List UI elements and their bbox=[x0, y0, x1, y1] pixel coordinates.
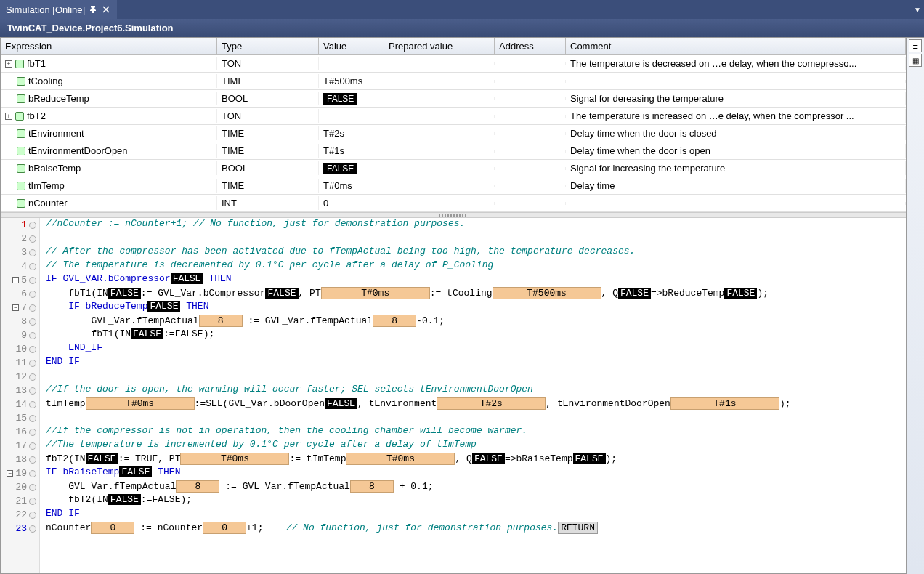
gutter-row: 20 bbox=[1, 480, 39, 494]
var-name: tEnvironmentDoorOpen bbox=[28, 145, 128, 156]
table-row[interactable]: tEnvironmentTIMET#2sDelay time when the … bbox=[1, 125, 906, 142]
dropdown-arrow-icon[interactable]: ▼ bbox=[914, 6, 921, 14]
var-prepared[interactable] bbox=[384, 97, 495, 100]
table-row[interactable]: bReduceTempBOOLFALSESignal for dereasing… bbox=[1, 90, 906, 108]
tab-title: Simulation [Online] bbox=[6, 4, 85, 15]
breakpoint-slot[interactable] bbox=[29, 512, 36, 519]
table-row[interactable]: tEnvironmentDoorOpenTIMET#1sDelay time w… bbox=[1, 142, 906, 160]
gutter-row: 4 bbox=[1, 259, 39, 273]
gutter-row: 11 bbox=[1, 356, 39, 370]
var-value[interactable]: FALSE bbox=[319, 161, 384, 176]
gutter-row: 13 bbox=[1, 384, 39, 397]
pin-icon[interactable] bbox=[89, 6, 97, 13]
var-comment: Delay time when the door is open bbox=[566, 144, 906, 158]
breakpoint-slot[interactable] bbox=[29, 387, 36, 395]
var-prepared[interactable] bbox=[384, 132, 495, 135]
header-comment[interactable]: Comment bbox=[566, 38, 906, 54]
header-address[interactable]: Address bbox=[495, 38, 566, 54]
tab-simulation[interactable]: Simulation [Online] bbox=[0, 0, 117, 19]
expand-icon[interactable]: + bbox=[5, 60, 12, 68]
var-value[interactable]: T#2s bbox=[319, 126, 384, 140]
table-row[interactable]: tImTempTIMET#0msDelay time bbox=[1, 177, 906, 195]
expand-icon[interactable]: + bbox=[5, 113, 12, 120]
var-prepared[interactable] bbox=[384, 167, 495, 170]
var-name: bReduceTemp bbox=[28, 93, 89, 104]
line-number: 19 bbox=[15, 468, 27, 479]
var-comment: Delay time when the door is closed bbox=[566, 126, 906, 140]
gutter-row: 1 bbox=[1, 218, 39, 232]
header-type[interactable]: Type bbox=[217, 38, 319, 54]
splitter[interactable] bbox=[1, 212, 906, 218]
line-number: 16 bbox=[15, 427, 27, 437]
breakpoint-slot[interactable] bbox=[29, 442, 36, 450]
var-value[interactable]: T#0ms bbox=[319, 179, 384, 193]
var-prepared[interactable] bbox=[384, 150, 495, 153]
table-row[interactable]: tCoolingTIMET#500ms bbox=[1, 73, 906, 90]
code-lines: //nCounter := nCounter+1; // No function… bbox=[40, 218, 906, 573]
var-name: tEnvironment bbox=[28, 128, 84, 139]
var-address bbox=[495, 167, 566, 170]
var-value[interactable]: T#1s bbox=[319, 144, 384, 158]
breakpoint-slot[interactable] bbox=[29, 318, 36, 326]
code-editor[interactable]: 1234−56−789101112131415161718−1920212223… bbox=[1, 218, 906, 573]
header-prepared[interactable]: Prepared value bbox=[384, 38, 495, 54]
header-value[interactable]: Value bbox=[319, 38, 384, 54]
gutter-row: 17 bbox=[1, 439, 39, 453]
breakpoint-slot[interactable] bbox=[29, 346, 36, 353]
breakpoint-slot[interactable] bbox=[29, 415, 36, 422]
var-prepared[interactable] bbox=[384, 185, 495, 187]
breakpoint-slot[interactable] bbox=[29, 429, 36, 436]
gutter-row: 23 bbox=[1, 522, 39, 535]
gutter-row: 2 bbox=[1, 232, 39, 246]
table-row[interactable]: +fbT2TONThe temperature is increased on … bbox=[1, 108, 906, 125]
line-number: 5 bbox=[21, 275, 27, 286]
var-prepared[interactable] bbox=[384, 62, 495, 65]
var-value[interactable]: FALSE bbox=[319, 92, 384, 106]
breakpoint-slot[interactable] bbox=[29, 291, 36, 298]
var-type: TIME bbox=[217, 144, 319, 158]
breakpoint-slot[interactable] bbox=[29, 498, 36, 505]
var-value[interactable] bbox=[319, 62, 384, 65]
toolbar-icon-1[interactable]: ≣ bbox=[909, 39, 922, 52]
breakpoint-slot[interactable] bbox=[29, 249, 36, 256]
var-value[interactable]: T#500ms bbox=[319, 74, 384, 88]
breakpoint-slot[interactable] bbox=[29, 456, 36, 464]
gutter-row: 12 bbox=[1, 370, 39, 384]
fold-icon[interactable]: − bbox=[12, 277, 19, 283]
breakpoint-slot[interactable] bbox=[29, 304, 36, 312]
close-icon[interactable] bbox=[101, 4, 111, 15]
breakpoint-slot[interactable] bbox=[29, 332, 36, 339]
breakpoint-slot[interactable] bbox=[29, 373, 36, 381]
gutter-row: −7 bbox=[1, 301, 39, 315]
breakpoint-slot[interactable] bbox=[29, 360, 36, 367]
var-prepared[interactable] bbox=[384, 202, 495, 205]
toolbar-icon-2[interactable]: ▦ bbox=[909, 54, 922, 67]
var-value[interactable]: 0 bbox=[319, 196, 384, 210]
header-expression[interactable]: Expression bbox=[1, 38, 217, 54]
line-number: 23 bbox=[15, 523, 27, 534]
var-prepared[interactable] bbox=[384, 115, 495, 118]
var-comment: Signal for dereasing the temperature bbox=[566, 92, 906, 105]
gutter-row: 3 bbox=[1, 246, 39, 259]
var-type: TIME bbox=[217, 126, 319, 140]
breakpoint-slot[interactable] bbox=[29, 277, 36, 284]
fold-icon[interactable]: − bbox=[7, 470, 13, 477]
variable-icon bbox=[17, 77, 25, 86]
line-number: 3 bbox=[21, 247, 27, 258]
table-row[interactable]: +fbT1TONThe temperature is decreased on … bbox=[1, 55, 906, 73]
table-row[interactable]: bRaiseTempBOOLFALSESignal for increasing… bbox=[1, 160, 906, 177]
breakpoint-slot[interactable] bbox=[29, 235, 36, 243]
breakpoint-slot[interactable] bbox=[29, 263, 36, 270]
variable-icon bbox=[17, 147, 25, 155]
var-comment: The temperature is decreased on …e delay… bbox=[566, 57, 906, 70]
breakpoint-slot[interactable] bbox=[29, 401, 36, 408]
var-prepared[interactable] bbox=[384, 80, 495, 83]
table-row[interactable]: nCounterINT0 bbox=[1, 195, 906, 212]
breakpoint-slot[interactable] bbox=[29, 470, 36, 477]
breakpoint-slot[interactable] bbox=[29, 484, 36, 491]
breakpoint-slot[interactable] bbox=[29, 525, 36, 533]
var-value[interactable] bbox=[319, 115, 384, 118]
fold-icon[interactable]: − bbox=[12, 304, 19, 311]
breakpoint-slot[interactable] bbox=[29, 222, 36, 229]
line-number: 10 bbox=[15, 344, 27, 355]
